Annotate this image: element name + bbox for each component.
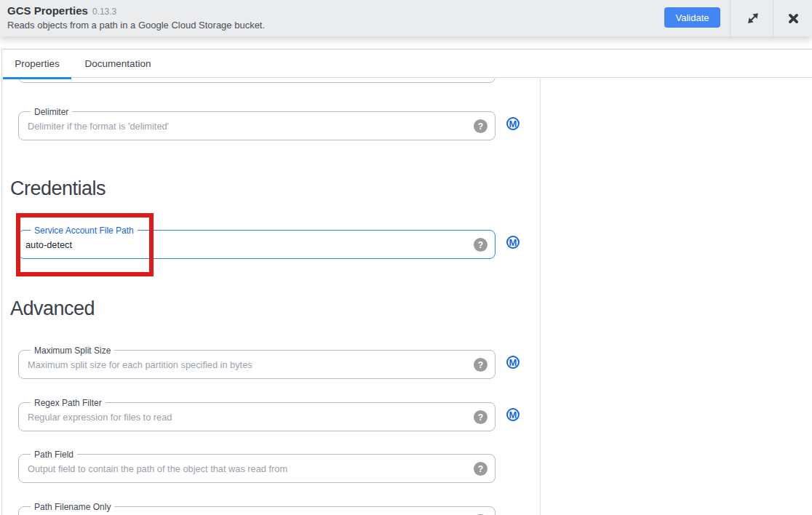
annotation-red-rectangle — [16, 213, 154, 276]
macro-icon[interactable]: M — [506, 236, 520, 249]
path-filename-only-field-box: Path Filename Only ? — [18, 506, 495, 515]
expand-icon — [745, 10, 761, 26]
header-divider — [730, 0, 731, 36]
field-row-maximum-split-size: Maximum Split Size ? M — [18, 350, 495, 379]
help-icon[interactable]: ? — [474, 238, 487, 252]
plugin-description: Reads objects from a path in a Google Cl… — [7, 20, 265, 31]
close-icon — [787, 12, 800, 25]
properties-panel: Properties Documentation Delimiter ? M C… — [1, 49, 812, 515]
expand-button[interactable] — [744, 9, 762, 27]
field-row-delimiter: Delimiter ? M — [18, 111, 495, 140]
field-row-regex-path-filter: Regex Path Filter ? M — [18, 402, 495, 431]
modal-title-row: GCS Properties 0.13.3 — [7, 4, 116, 17]
regex-path-filter-label: Regex Path Filter — [31, 397, 106, 409]
macro-icon[interactable]: M — [506, 117, 520, 130]
panel-vertical-divider — [540, 79, 541, 515]
modal-title: GCS Properties — [7, 4, 88, 17]
path-field-input[interactable] — [19, 455, 495, 482]
maximum-split-size-label: Maximum Split Size — [31, 345, 114, 356]
header-divider — [773, 0, 773, 36]
field-row-path-filename-only: Path Filename Only ? — [18, 506, 495, 515]
macro-icon[interactable]: M — [506, 408, 520, 421]
path-field-field-box: Path Field ? — [18, 454, 495, 483]
help-icon[interactable]: ? — [474, 358, 487, 372]
field-row-cutoff — [18, 79, 495, 83]
path-filename-only-label: Path Filename Only — [31, 501, 114, 513]
macro-icon[interactable]: M — [506, 356, 520, 369]
validate-button[interactable]: Validate — [664, 7, 720, 28]
delimiter-input[interactable] — [19, 112, 495, 140]
properties-scroll-area[interactable]: Delimiter ? M Credentials Service Accoun… — [2, 79, 812, 515]
maximum-split-size-field-box: Maximum Split Size ? — [18, 350, 495, 379]
tab-properties[interactable]: Properties — [3, 49, 71, 77]
delimiter-label: Delimiter — [31, 106, 72, 118]
regex-path-filter-field-box: Regex Path Filter ? — [18, 402, 495, 431]
path-field-label: Path Field — [31, 449, 77, 460]
tab-bar: Properties Documentation — [2, 49, 812, 78]
cutoff-field-box[interactable] — [18, 79, 495, 83]
field-row-path-field: Path Field ? — [18, 454, 495, 483]
active-tab-indicator — [3, 77, 71, 79]
section-heading-advanced: Advanced — [10, 299, 95, 319]
section-heading-credentials: Credentials — [10, 179, 106, 199]
help-icon[interactable]: ? — [474, 410, 487, 424]
help-icon[interactable]: ? — [474, 462, 487, 476]
delimiter-field-box: Delimiter ? — [18, 111, 495, 140]
help-icon[interactable]: ? — [474, 119, 487, 133]
plugin-version: 0.13.3 — [92, 7, 116, 17]
modal-header: GCS Properties 0.13.3 Reads objects from… — [0, 0, 812, 36]
tab-documentation[interactable]: Documentation — [71, 49, 164, 77]
close-button[interactable] — [784, 9, 802, 27]
